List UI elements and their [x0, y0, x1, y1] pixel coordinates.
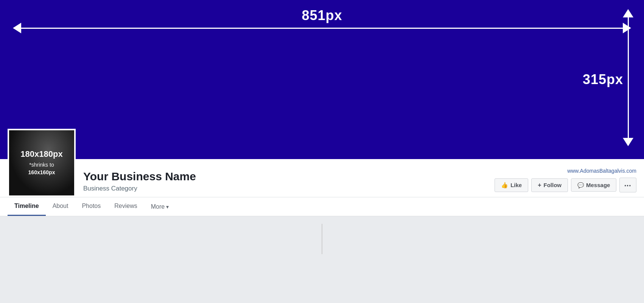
bottom-area	[0, 216, 644, 262]
profile-picture-wrapper: 180x180px *shrinks to 160x160px	[8, 129, 76, 197]
profile-pic-shrink-label: *shrinks to 160x160px	[28, 161, 55, 176]
follow-label: Follow	[544, 182, 562, 188]
message-label: Message	[586, 182, 610, 188]
ellipsis-icon	[624, 181, 632, 189]
thumbs-up-icon	[501, 182, 508, 189]
tab-about[interactable]: About	[46, 197, 75, 216]
nav-tabs: Timeline About Photos Reviews More	[0, 197, 644, 216]
message-button[interactable]: Message	[571, 178, 616, 192]
business-category: Business Category	[83, 185, 495, 192]
horizontal-arrow	[8, 23, 636, 33]
website-link[interactable]: www.AdomasBaltagalvis.com	[567, 168, 636, 174]
profile-picture: 180x180px *shrinks to 160x160px	[8, 129, 76, 197]
tab-reviews[interactable]: Reviews	[107, 197, 144, 216]
tab-more[interactable]: More	[144, 198, 176, 216]
action-area: www.AdomasBaltagalvis.com Like Follow Me…	[495, 168, 636, 197]
tab-photos[interactable]: Photos	[75, 197, 107, 216]
profile-pic-size-label: 180x180px	[20, 149, 62, 159]
profile-content: 180x180px *shrinks to 160x160px Your Bus…	[0, 159, 644, 197]
business-name: Your Business Name	[83, 170, 495, 183]
arrow-down-head	[623, 138, 633, 152]
page-wrapper: 851px 315px 180x180px *shrinks to 160x16…	[0, 0, 644, 262]
profile-section: 180x180px *shrinks to 160x160px Your Bus…	[0, 159, 644, 216]
like-label: Like	[510, 182, 522, 188]
cover-photo: 851px 315px	[0, 0, 644, 159]
more-options-button[interactable]	[619, 178, 636, 192]
action-buttons: Like Follow Message	[495, 178, 636, 192]
message-icon	[577, 182, 584, 188]
width-label: 851px	[302, 8, 342, 23]
arrow-horizontal-line	[21, 28, 623, 29]
follow-button[interactable]: Follow	[531, 178, 568, 192]
like-button[interactable]: Like	[495, 178, 528, 192]
tab-timeline[interactable]: Timeline	[8, 197, 46, 216]
more-label: More	[151, 203, 165, 210]
bottom-divider	[322, 224, 322, 254]
arrow-right-head	[623, 23, 636, 33]
chevron-down-icon	[166, 203, 169, 210]
vertical-arrow	[623, 4, 633, 152]
height-label: 315px	[583, 72, 623, 87]
arrow-up-head	[623, 4, 633, 17]
business-info: Your Business Name Business Category	[83, 166, 495, 197]
dimension-overlay: 851px 315px	[0, 0, 644, 159]
arrow-left-head	[8, 23, 21, 33]
plus-icon	[538, 182, 541, 189]
arrow-vertical-line	[628, 17, 629, 138]
